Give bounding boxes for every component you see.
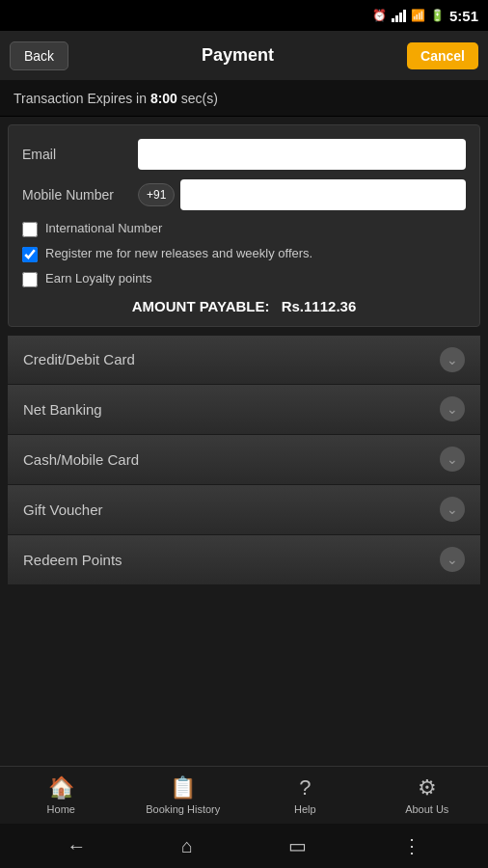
payment-option-label-credit-debit: Credit/Debit Card	[23, 351, 135, 367]
payment-option-credit-debit[interactable]: Credit/Debit Card ⌄	[8, 335, 480, 385]
register-label: Register me for new releases and weekly …	[45, 245, 312, 262]
amount-row: AMOUNT PAYABLE: Rs.1112.36	[22, 298, 466, 314]
international-label: International Number	[45, 220, 162, 237]
international-checkbox[interactable]	[22, 222, 38, 237]
back-button[interactable]: Back	[10, 41, 68, 70]
android-bar: ← ⌂ ▭ ⋮	[0, 824, 488, 868]
payment-option-cash-mobile[interactable]: Cash/Mobile Card ⌄	[8, 435, 480, 485]
nav-item-help[interactable]: ? Help	[244, 767, 366, 824]
amount-value: Rs.1112.36	[282, 298, 357, 314]
battery-icon: 🔋	[430, 9, 445, 22]
nav-icon-help: ?	[299, 775, 311, 800]
chevron-icon-redeem-points: ⌄	[440, 547, 465, 572]
mobile-row: Mobile Number +91	[22, 179, 466, 210]
chevron-icon-gift-voucher: ⌄	[440, 497, 465, 522]
nav-icon-about-us: ⚙	[418, 775, 437, 800]
android-menu-btn[interactable]: ⋮	[402, 834, 421, 857]
chevron-icon-net-banking: ⌄	[440, 396, 465, 421]
nav-icon-booking-history: 📋	[170, 775, 196, 800]
loyalty-label: Earn Loyalty points	[45, 270, 152, 287]
loyalty-checkbox-row: Earn Loyalty points	[22, 270, 466, 287]
amount-label: AMOUNT PAYABLE:	[132, 298, 270, 314]
international-checkbox-row: International Number	[22, 220, 466, 237]
alarm-icon: ⏰	[372, 9, 387, 22]
wifi-icon: 📶	[411, 9, 425, 22]
bottom-nav: 🏠 Home 📋 Booking History ? Help ⚙ About …	[0, 766, 488, 824]
signal-icon	[392, 9, 406, 22]
register-checkbox[interactable]	[22, 247, 38, 262]
payment-option-redeem-points[interactable]: Redeem Points ⌄	[8, 535, 480, 585]
nav-label-help: Help	[294, 803, 316, 815]
android-back-btn[interactable]: ←	[67, 835, 86, 857]
chevron-icon-cash-mobile: ⌄	[440, 447, 465, 472]
chevron-icon-credit-debit: ⌄	[440, 347, 465, 372]
mobile-label: Mobile Number	[22, 187, 138, 203]
nav-item-home[interactable]: 🏠 Home	[0, 767, 122, 824]
cancel-button[interactable]: Cancel	[407, 42, 478, 69]
android-recents-btn[interactable]: ▭	[288, 834, 307, 857]
transaction-time: 8:00	[150, 91, 177, 106]
android-home-btn[interactable]: ⌂	[181, 835, 193, 857]
payment-option-label-cash-mobile: Cash/Mobile Card	[23, 451, 139, 468]
mobile-input[interactable]	[180, 179, 466, 210]
register-checkbox-row: Register me for new releases and weekly …	[22, 245, 466, 262]
payment-options: Credit/Debit Card ⌄ Net Banking ⌄ Cash/M…	[8, 335, 480, 585]
email-row: Email	[22, 139, 466, 170]
top-bar: Back Payment Cancel	[0, 31, 488, 81]
payment-option-gift-voucher[interactable]: Gift Voucher ⌄	[8, 485, 480, 535]
email-label: Email	[22, 147, 138, 162]
nav-item-booking-history[interactable]: 📋 Booking History	[122, 767, 245, 824]
email-input[interactable]	[138, 139, 466, 170]
status-bar: ⏰ 📶 🔋 5:51	[0, 0, 488, 31]
transaction-bar: Transaction Expires in 8:00 sec(s)	[0, 81, 488, 117]
transaction-prefix: Transaction Expires in	[14, 91, 150, 106]
payment-option-label-net-banking: Net Banking	[23, 401, 102, 418]
loyalty-checkbox[interactable]	[22, 272, 38, 287]
payment-option-net-banking[interactable]: Net Banking ⌄	[8, 385, 480, 435]
nav-label-about-us: About Us	[405, 803, 448, 815]
nav-item-about-us[interactable]: ⚙ About Us	[366, 767, 489, 824]
nav-label-booking-history: Booking History	[146, 803, 220, 815]
nav-label-home: Home	[47, 803, 75, 815]
payment-option-label-redeem-points: Redeem Points	[23, 552, 122, 568]
status-time: 5:51	[449, 8, 478, 24]
payment-option-label-gift-voucher: Gift Voucher	[23, 502, 103, 518]
page-title: Payment	[202, 45, 274, 66]
form-section: Email Mobile Number +91 International Nu…	[8, 124, 480, 327]
country-code[interactable]: +91	[138, 183, 175, 206]
transaction-suffix: sec(s)	[177, 91, 218, 106]
status-icons: ⏰ 📶 🔋 5:51	[372, 8, 478, 24]
nav-icon-home: 🏠	[48, 775, 74, 800]
